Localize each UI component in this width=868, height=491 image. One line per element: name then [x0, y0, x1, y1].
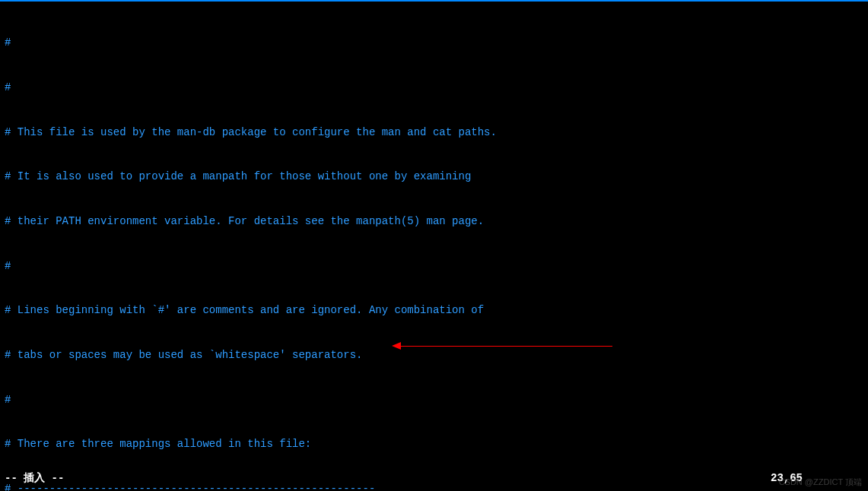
watermark-text: CSDN @ZZDICT 顶端	[779, 477, 862, 488]
config-line: # It is also used to provide a manpath f…	[5, 169, 863, 185]
vim-status-bar: -- 插入 -- 23,65	[5, 471, 863, 486]
config-line: # tabs or spaces may be used as `whitesp…	[5, 348, 863, 363]
config-line: # This file is used by the man-db packag…	[5, 125, 863, 141]
config-line: # their PATH environment variable. For d…	[5, 214, 863, 230]
config-line: # There are three mappings allowed in th…	[5, 437, 863, 452]
config-line: #	[5, 393, 863, 408]
terminal-editor[interactable]: # # # This file is used by the man-db pa…	[0, 3, 868, 491]
config-line: #	[5, 259, 863, 274]
config-line: #	[5, 81, 863, 96]
config-line: #	[5, 36, 863, 51]
config-line: # Lines beginning with `#' are comments …	[5, 303, 863, 318]
vim-mode-indicator: -- 插入 --	[5, 471, 64, 486]
